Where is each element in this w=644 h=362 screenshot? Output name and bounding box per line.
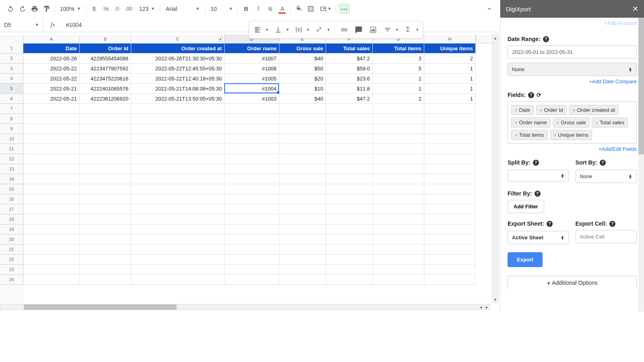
data-cell[interactable]: 2: [373, 94, 424, 104]
refresh-icon[interactable]: ⟳: [537, 92, 541, 98]
row-header[interactable]: 10: [0, 134, 23, 144]
empty-cell[interactable]: [23, 224, 80, 234]
empty-cell[interactable]: [424, 224, 476, 234]
empty-cell[interactable]: [80, 224, 131, 234]
header-cell[interactable]: Total items: [373, 43, 424, 53]
empty-cell[interactable]: [279, 204, 326, 214]
data-cell[interactable]: $50: [279, 64, 326, 74]
empty-cell[interactable]: [225, 245, 279, 255]
empty-cell[interactable]: [279, 124, 326, 134]
empty-cell[interactable]: [23, 204, 80, 214]
row-header[interactable]: 14: [0, 174, 23, 184]
help-icon[interactable]: ?: [600, 160, 606, 166]
row-header[interactable]: 13: [0, 164, 23, 174]
help-icon[interactable]: ?: [547, 221, 553, 227]
rotate-button[interactable]: [312, 23, 326, 37]
empty-cell[interactable]: [424, 204, 476, 214]
empty-cell[interactable]: [80, 214, 131, 224]
empty-cell[interactable]: [373, 164, 424, 174]
sheet-nav-right-icon[interactable]: ►: [484, 304, 490, 310]
empty-cell[interactable]: [326, 184, 373, 194]
data-cell[interactable]: $11.8: [326, 84, 373, 94]
column-header[interactable]: C▾: [131, 35, 225, 43]
empty-cell[interactable]: [279, 255, 326, 265]
empty-cell[interactable]: [23, 104, 80, 114]
data-cell[interactable]: 2022-05-21T14:08:08+05:30: [131, 84, 225, 94]
empty-cell[interactable]: [80, 204, 131, 214]
data-cell[interactable]: $47.2: [326, 53, 373, 64]
row-header[interactable]: 8: [0, 114, 23, 124]
empty-cell[interactable]: [326, 174, 373, 184]
empty-cell[interactable]: [326, 275, 373, 285]
data-cell[interactable]: #1005: [225, 74, 279, 84]
empty-cell[interactable]: [23, 275, 80, 285]
empty-cell[interactable]: [326, 124, 373, 134]
empty-cell[interactable]: [373, 114, 424, 124]
vertical-scrollbar[interactable]: ▲ ▼: [492, 35, 498, 303]
field-chip[interactable]: ×Order name: [511, 117, 551, 128]
data-cell[interactable]: 2022-05-26T21:30:30+05:30: [131, 53, 225, 64]
data-cell[interactable]: 4223475220616: [80, 74, 131, 84]
empty-cell[interactable]: [279, 224, 326, 234]
empty-cell[interactable]: [23, 154, 80, 164]
empty-cell[interactable]: [373, 104, 424, 114]
h-align-button[interactable]: [251, 23, 264, 37]
empty-cell[interactable]: [424, 255, 476, 265]
data-cell[interactable]: $59.0: [326, 64, 373, 74]
chart-button[interactable]: [366, 23, 380, 37]
row-header[interactable]: 2: [0, 53, 23, 64]
decrease-decimal-button[interactable]: .0←: [113, 3, 124, 14]
empty-cell[interactable]: [279, 164, 326, 174]
empty-cell[interactable]: [279, 134, 326, 144]
scroll-down-icon[interactable]: ▼: [493, 296, 498, 302]
help-icon[interactable]: ?: [543, 36, 549, 42]
empty-cell[interactable]: [80, 114, 131, 124]
empty-cell[interactable]: [424, 275, 476, 285]
empty-cell[interactable]: [424, 124, 476, 134]
empty-cell[interactable]: [326, 134, 373, 144]
empty-cell[interactable]: [131, 124, 225, 134]
empty-cell[interactable]: [131, 194, 225, 204]
italic-button[interactable]: I: [252, 3, 264, 14]
borders-button[interactable]: [305, 3, 316, 14]
empty-cell[interactable]: [131, 245, 225, 255]
remove-chip-icon[interactable]: ×: [573, 108, 575, 113]
fill-color-button[interactable]: [293, 3, 304, 14]
empty-cell[interactable]: [80, 174, 131, 184]
empty-cell[interactable]: [424, 234, 476, 245]
empty-cell[interactable]: [424, 154, 476, 164]
dropdown-icon[interactable]: ▼: [414, 28, 421, 32]
empty-cell[interactable]: [373, 245, 424, 255]
empty-cell[interactable]: [23, 144, 80, 154]
row-header[interactable]: 4: [0, 74, 23, 84]
empty-cell[interactable]: [326, 255, 373, 265]
dropdown-icon[interactable]: ▼: [325, 28, 332, 32]
empty-cell[interactable]: [279, 275, 326, 285]
paint-format-button[interactable]: [41, 3, 52, 14]
empty-cell[interactable]: [424, 245, 476, 255]
empty-cell[interactable]: [225, 275, 279, 285]
sheet-nav-left-icon[interactable]: ◄: [478, 304, 484, 310]
empty-cell[interactable]: [23, 265, 80, 275]
empty-cell[interactable]: [424, 174, 476, 184]
empty-cell[interactable]: [23, 164, 80, 174]
empty-cell[interactable]: [373, 184, 424, 194]
row-header[interactable]: 21: [0, 245, 23, 255]
empty-cell[interactable]: [326, 114, 373, 124]
wrap-button[interactable]: [292, 23, 305, 37]
empty-cell[interactable]: [225, 124, 279, 134]
empty-cell[interactable]: [23, 194, 80, 204]
empty-cell[interactable]: [326, 204, 373, 214]
data-cell[interactable]: 5: [373, 64, 424, 74]
empty-cell[interactable]: [80, 275, 131, 285]
field-chip[interactable]: ×Total sales: [592, 117, 628, 128]
empty-cell[interactable]: [373, 134, 424, 144]
additional-options-toggle[interactable]: ▼ Additional Options: [508, 276, 637, 289]
text-color-button[interactable]: A: [277, 3, 288, 14]
date-range-input[interactable]: [508, 45, 637, 59]
bold-button[interactable]: B: [240, 3, 252, 14]
empty-cell[interactable]: [279, 114, 326, 124]
font-size-select[interactable]: 10▼: [208, 4, 235, 14]
horizontal-scrollbar[interactable]: ◄ ►: [0, 304, 490, 310]
field-chip[interactable]: ×Date: [511, 105, 534, 115]
